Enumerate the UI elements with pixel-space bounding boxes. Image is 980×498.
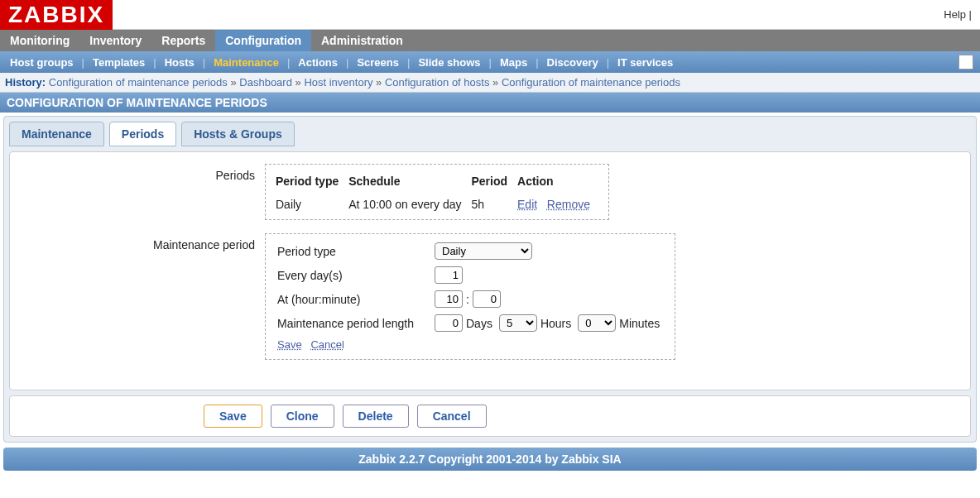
tabs: MaintenancePeriodsHosts & Groups [9,122,971,146]
bottom-buttons: Save Clone Delete Cancel [9,395,971,437]
main-nav-configuration[interactable]: Configuration [215,30,311,51]
delete-button[interactable]: Delete [343,405,409,428]
nav-separator: | [605,56,611,69]
maint-cancel-link[interactable]: Cancel [310,338,343,351]
col-schedule: Schedule [348,171,469,193]
nav-separator: | [201,56,207,69]
remove-link[interactable]: Remove [547,198,590,211]
sub-nav-templates[interactable]: Templates [86,56,151,69]
periods-label: Periods [17,164,265,182]
length-label: Maintenance period length [277,317,435,330]
main-nav-administration[interactable]: Administration [311,30,413,51]
search-box[interactable] [958,55,973,69]
at-min-input[interactable] [473,290,501,308]
sub-nav-it-services[interactable]: IT services [611,56,680,69]
days-text: Days [463,317,499,330]
period-type-label: Period type [277,245,435,258]
table-row: Daily At 10:00 on every day 5h Edit Remo… [276,194,598,213]
tab-hosts-groups[interactable]: Hosts & Groups [181,122,295,146]
history-link[interactable]: Configuration of maintenance periods [49,76,228,89]
nav-separator: | [80,56,86,69]
periods-table: Period type Schedule Period Action Daily… [265,164,609,220]
edit-link[interactable]: Edit [517,198,537,211]
clone-button[interactable]: Clone [271,405,334,428]
period-type-select[interactable]: Daily [435,242,532,260]
history-link[interactable]: Host inventory [304,76,372,89]
nav-separator: | [344,56,350,69]
length-days-input[interactable] [435,314,463,332]
maintenance-period-label: Maintenance period [17,233,265,251]
page-title: CONFIGURATION OF MAINTENANCE PERIODS [0,93,980,113]
content-wrap: MaintenancePeriodsHosts & Groups Periods… [3,116,977,443]
sub-nav-slide-shows[interactable]: Slide shows [411,56,487,69]
at-label: At (hour:minute) [277,293,435,306]
tab-periods[interactable]: Periods [109,122,176,146]
maintenance-period-box: Period type Daily Every day(s) At (hour:… [265,233,675,360]
col-period: Period [471,171,516,193]
sub-nav-host-groups[interactable]: Host groups [3,56,80,69]
main-nav-reports[interactable]: Reports [151,30,215,51]
time-colon: : [463,293,473,306]
tab-maintenance[interactable]: Maintenance [9,122,104,146]
cell-schedule: At 10:00 on every day [348,194,469,213]
main-nav-inventory[interactable]: Inventory [79,30,151,51]
length-hours-select[interactable]: 5 [499,314,537,332]
nav-separator: | [151,56,157,69]
sub-nav: Host groups|Templates|Hosts|Maintenance|… [0,51,980,73]
sub-nav-maintenance[interactable]: Maintenance [207,56,286,69]
sub-nav-discovery[interactable]: Discovery [540,56,605,69]
cell-period: 5h [471,194,516,213]
col-period-type: Period type [276,171,347,193]
logo[interactable]: ZABBIX [0,0,113,30]
save-button[interactable]: Save [204,405,262,428]
nav-separator: | [286,56,291,69]
history-link[interactable]: Dashboard [239,76,292,89]
every-days-label: Every day(s) [277,269,435,282]
help-link[interactable]: Help | [944,8,980,21]
main-nav-monitoring[interactable]: Monitoring [0,30,79,51]
breadcrumb-separator: » [228,76,239,89]
cancel-button[interactable]: Cancel [417,405,487,428]
breadcrumb-separator: » [489,76,501,89]
mins-text: Minutes [616,317,663,330]
col-action: Action [517,171,598,193]
sub-nav-hosts[interactable]: Hosts [158,56,201,69]
history-link[interactable]: Configuration of hosts [385,76,489,89]
main-nav: MonitoringInventoryReportsConfigurationA… [0,30,980,51]
form-area: Periods Period type Schedule Period Acti… [9,151,971,390]
footer: Zabbix 2.2.7 Copyright 2001-2014 by Zabb… [3,448,977,471]
sub-nav-screens[interactable]: Screens [350,56,406,69]
top-bar: ZABBIX Help | [0,0,980,30]
nav-separator: | [406,56,411,69]
cell-type: Daily [276,194,347,213]
sub-nav-maps[interactable]: Maps [493,56,534,69]
at-hour-input[interactable] [435,290,463,308]
length-mins-select[interactable]: 0 [578,314,616,332]
sub-nav-actions[interactable]: Actions [291,56,344,69]
nav-separator: | [534,56,540,69]
every-days-input[interactable] [435,266,463,284]
history-label: History: [5,76,46,89]
history-bar: History: Configuration of maintenance pe… [0,73,980,93]
hours-text: Hours [537,317,578,330]
breadcrumb-separator: » [292,76,304,89]
history-link[interactable]: Configuration of maintenance periods [502,76,680,89]
breadcrumb-separator: » [372,76,384,89]
nav-separator: | [488,56,493,69]
maint-save-link[interactable]: Save [277,338,302,351]
